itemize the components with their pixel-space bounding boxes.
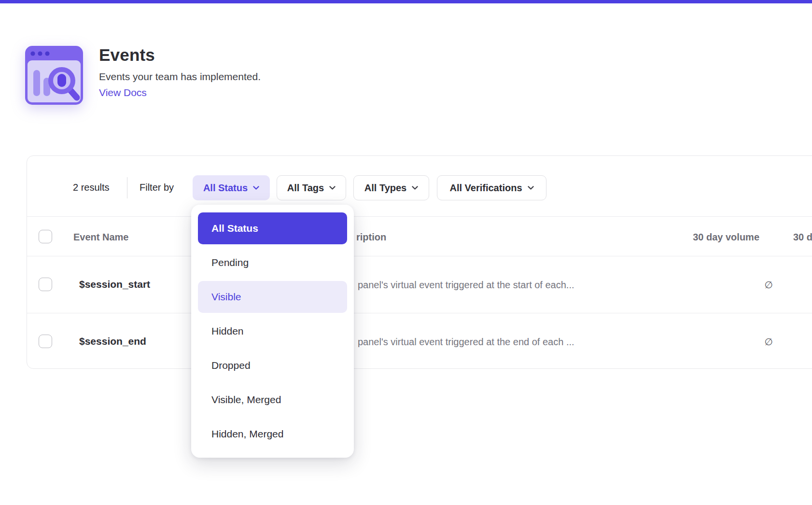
filter-all-types[interactable]: All Types xyxy=(353,175,429,200)
view-docs-link[interactable]: View Docs xyxy=(99,87,147,98)
page-title: Events xyxy=(99,45,155,65)
filter-all-verifications[interactable]: All Verifications xyxy=(437,175,546,200)
dropdown-item-visible-merged[interactable]: Visible, Merged xyxy=(198,384,347,416)
chevron-down-icon xyxy=(412,186,418,190)
filter-by-label: Filter by xyxy=(140,182,174,193)
dropdown-item-dropped[interactable]: Dropped xyxy=(198,350,347,381)
filter-all-tags[interactable]: All Tags xyxy=(277,175,346,200)
column-header-30-day-volume: 30 day volume xyxy=(663,231,759,243)
dropdown-item-hidden[interactable]: Hidden xyxy=(198,315,347,347)
chevron-down-icon xyxy=(528,186,534,190)
row-checkbox[interactable] xyxy=(39,278,52,291)
column-header-truncated: 30 d xyxy=(793,231,812,243)
events-page: Events Events your team has implemented.… xyxy=(0,0,812,505)
top-accent-bar xyxy=(0,0,812,3)
dropdown-item-visible[interactable]: Visible xyxy=(198,281,347,313)
event-description-cell: panel's virtual event triggered at the e… xyxy=(358,336,574,348)
page-subtitle: Events your team has implemented. xyxy=(99,71,261,83)
chevron-down-icon xyxy=(329,186,336,190)
chevron-down-icon xyxy=(253,186,259,190)
table-header-row: Event Name ription 30 day volume 30 d xyxy=(27,216,812,256)
events-app-icon xyxy=(25,46,83,105)
status-filter-dropdown: All Status Pending Visible Hidden Droppe… xyxy=(191,205,354,458)
results-count: 2 results xyxy=(73,182,110,193)
event-name-cell[interactable]: $session_end xyxy=(79,335,146,348)
events-table-card: 2 results Filter by All Status All Tags … xyxy=(27,155,812,369)
dropdown-item-hidden-merged[interactable]: Hidden, Merged xyxy=(198,418,347,450)
table-row: $session_start panel's virtual event tri… xyxy=(27,256,812,313)
toolbar-divider xyxy=(127,177,127,198)
table-row: $session_end panel's virtual event trigg… xyxy=(27,313,812,369)
filter-all-verifications-label: All Verifications xyxy=(449,182,522,194)
filter-all-status-label: All Status xyxy=(203,182,248,194)
event-description-cell: panel's virtual event triggered at the s… xyxy=(358,279,574,291)
event-name-cell[interactable]: $session_start xyxy=(79,278,150,291)
column-header-description: ription xyxy=(356,231,386,243)
filter-all-status[interactable]: All Status xyxy=(193,175,270,200)
select-all-checkbox[interactable] xyxy=(39,230,52,243)
dropdown-item-all-status[interactable]: All Status xyxy=(198,212,347,244)
event-volume-cell: ∅ xyxy=(676,336,773,348)
dropdown-item-pending[interactable]: Pending xyxy=(198,247,347,279)
filter-all-tags-label: All Tags xyxy=(287,182,324,194)
event-volume-cell: ∅ xyxy=(676,279,773,291)
filter-all-types-label: All Types xyxy=(364,182,406,194)
row-checkbox[interactable] xyxy=(39,335,52,348)
column-header-event-name: Event Name xyxy=(73,231,129,243)
